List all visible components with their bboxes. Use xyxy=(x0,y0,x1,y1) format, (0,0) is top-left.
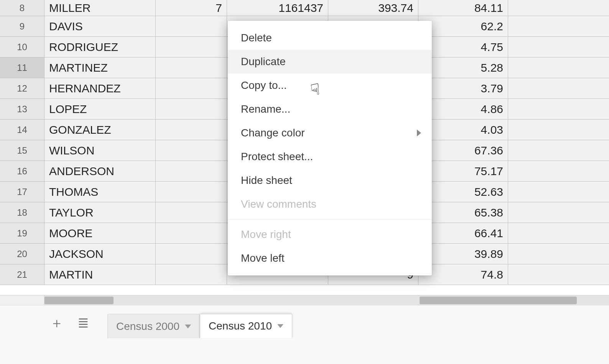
row-header[interactable]: 15 xyxy=(0,140,44,161)
menu-delete[interactable]: Delete xyxy=(228,26,432,50)
cell-rank[interactable]: 7 xyxy=(156,0,227,16)
scroll-thumb-left[interactable] xyxy=(44,297,114,304)
menu-hide-sheet[interactable]: Hide sheet xyxy=(228,169,432,192)
cell-rank[interactable] xyxy=(156,120,227,140)
cell-empty[interactable] xyxy=(508,99,609,120)
cell-rank[interactable] xyxy=(156,182,227,202)
sheet-tab-label: Census 2000 xyxy=(116,320,179,333)
menu-duplicate[interactable]: Duplicate xyxy=(228,50,432,74)
tab-dropdown-icon[interactable] xyxy=(185,325,191,328)
cell-empty[interactable] xyxy=(508,120,609,140)
row-header[interactable]: 8 xyxy=(0,0,44,16)
name[interactable]: ANDERSON xyxy=(44,161,156,182)
cell-colE[interactable]: 52.63 xyxy=(418,182,508,202)
cell-empty[interactable] xyxy=(508,244,609,264)
cell-colE[interactable]: 74.8 xyxy=(418,264,508,285)
cell-empty[interactable] xyxy=(508,57,609,78)
name[interactable]: GONZALEZ xyxy=(44,120,156,140)
row-header[interactable]: 20 xyxy=(0,244,44,264)
cell-colE[interactable]: 4.03 xyxy=(418,120,508,140)
cell-rank[interactable] xyxy=(156,223,227,244)
name[interactable]: JACKSON xyxy=(44,244,156,264)
row-header[interactable]: 13 xyxy=(0,99,44,120)
cell-colE[interactable]: 67.36 xyxy=(418,140,508,161)
cell-empty[interactable] xyxy=(508,202,609,223)
menu-label: Protect sheet... xyxy=(241,151,313,163)
all-sheets-icon[interactable]: ≣ xyxy=(77,316,88,330)
name[interactable]: MILLER xyxy=(44,0,156,16)
cell-colE[interactable]: 62.2 xyxy=(418,16,508,37)
row-header[interactable]: 9 xyxy=(0,16,44,37)
menu-label: Change color xyxy=(241,127,305,139)
menu-rename[interactable]: Rename... xyxy=(228,97,432,121)
row-header[interactable]: 18 xyxy=(0,202,44,223)
cell-rank[interactable] xyxy=(156,78,227,99)
cell-colE[interactable]: 5.28 xyxy=(418,57,508,78)
cell-rank[interactable] xyxy=(156,244,227,264)
menu-label: Rename... xyxy=(241,103,290,115)
cell-count[interactable]: 1161437 xyxy=(227,0,328,16)
menu-protect-sheet[interactable]: Protect sheet... xyxy=(228,145,432,169)
cell-empty[interactable] xyxy=(508,16,609,37)
cell-empty[interactable] xyxy=(508,223,609,244)
sheet-tab-bar: ＋ ≣ Census 2000 Census 2010 xyxy=(0,305,609,364)
cell-rank[interactable] xyxy=(156,161,227,182)
sheet-context-menu: Delete Duplicate Copy to... Rename... Ch… xyxy=(228,21,432,275)
cell-empty[interactable] xyxy=(508,37,609,57)
cell-colE[interactable]: 39.89 xyxy=(418,244,508,264)
row-header[interactable]: 19 xyxy=(0,223,44,244)
row-header[interactable]: 12 xyxy=(0,78,44,99)
cell-colE[interactable]: 65.38 xyxy=(418,202,508,223)
name[interactable]: HERNANDEZ xyxy=(44,78,156,99)
menu-move-left[interactable]: Move left xyxy=(228,246,432,270)
cell-rank[interactable] xyxy=(156,57,227,78)
cell-colE[interactable]: 3.79 xyxy=(418,78,508,99)
sheet-tab-census-2010[interactable]: Census 2010 xyxy=(200,314,292,338)
add-sheet-icon[interactable]: ＋ xyxy=(50,316,64,330)
sheet-tab-label: Census 2010 xyxy=(209,320,272,332)
name[interactable]: DAVIS xyxy=(44,16,156,37)
cell-colE[interactable]: 75.17 xyxy=(418,161,508,182)
cell-empty[interactable] xyxy=(508,161,609,182)
cell-rank[interactable] xyxy=(156,99,227,120)
name[interactable]: MARTIN xyxy=(44,264,156,285)
row-header[interactable]: 21 xyxy=(0,264,44,285)
cell-empty[interactable] xyxy=(508,264,609,285)
cell-empty[interactable] xyxy=(508,182,609,202)
cell-colE[interactable]: 4.75 xyxy=(418,37,508,57)
scroll-thumb-right[interactable] xyxy=(420,297,577,304)
table-row[interactable]: 8MILLER71161437393.7484.11 xyxy=(0,0,609,16)
cell-empty[interactable] xyxy=(508,140,609,161)
cell-rank[interactable] xyxy=(156,202,227,223)
menu-label: Copy to... xyxy=(241,79,287,92)
name[interactable]: THOMAS xyxy=(44,182,156,202)
name[interactable]: WILSON xyxy=(44,140,156,161)
tab-dropdown-icon[interactable] xyxy=(277,324,283,328)
name[interactable]: LOPEZ xyxy=(44,99,156,120)
menu-label: Duplicate xyxy=(241,56,286,68)
row-header[interactable]: 10 xyxy=(0,37,44,57)
cell-colE[interactable]: 66.41 xyxy=(418,223,508,244)
menu-change-color[interactable]: Change color xyxy=(228,121,432,145)
row-header[interactable]: 16 xyxy=(0,161,44,182)
menu-copy-to[interactable]: Copy to... xyxy=(228,74,432,97)
row-header[interactable]: 11 xyxy=(0,57,44,78)
cell-colD[interactable]: 393.74 xyxy=(328,0,418,16)
cell-empty[interactable] xyxy=(508,78,609,99)
sheet-tab-census-2000[interactable]: Census 2000 xyxy=(107,314,200,338)
cell-colE[interactable]: 84.11 xyxy=(418,0,508,16)
row-header[interactable]: 17 xyxy=(0,182,44,202)
menu-separator xyxy=(228,219,432,220)
name[interactable]: RODRIGUEZ xyxy=(44,37,156,57)
name[interactable]: MARTINEZ xyxy=(44,57,156,78)
cell-empty[interactable] xyxy=(508,0,609,16)
cell-rank[interactable] xyxy=(156,37,227,57)
cell-colE[interactable]: 4.86 xyxy=(418,99,508,120)
cell-rank[interactable] xyxy=(156,140,227,161)
horizontal-scrollbar[interactable] xyxy=(44,295,609,305)
name[interactable]: TAYLOR xyxy=(44,202,156,223)
cell-rank[interactable] xyxy=(156,264,227,285)
cell-rank[interactable] xyxy=(156,16,227,37)
name[interactable]: MOORE xyxy=(44,223,156,244)
row-header[interactable]: 14 xyxy=(0,120,44,140)
